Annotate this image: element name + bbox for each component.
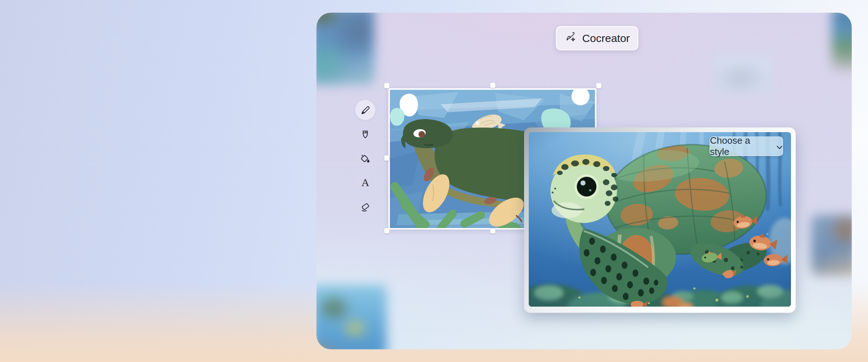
paintbrush-sparkle-icon — [565, 31, 577, 46]
cocreator-label: Cocreator — [582, 32, 630, 45]
selection-handle-top-middle[interactable] — [490, 83, 495, 88]
blurred-thumbnail-bottom-left — [316, 285, 387, 349]
screenshot-root: { "badge": { "label": "Cocreator", "icon… — [0, 0, 868, 362]
choose-style-label: Choose a style — [710, 135, 772, 157]
calligraphy-pen-icon — [359, 129, 371, 140]
blurred-thumbnail-top-right — [832, 13, 852, 71]
chevron-down-icon — [776, 141, 783, 152]
text-tool-glyph: A — [361, 177, 369, 188]
selection-handle-top-left[interactable] — [384, 83, 390, 88]
drawing-toolbar: A — [355, 100, 375, 217]
tool-fill-bucket[interactable] — [355, 148, 375, 169]
selection-handle-top-right[interactable] — [596, 83, 601, 88]
choose-style-dropdown[interactable]: Choose a style — [710, 136, 783, 156]
fill-bucket-icon — [359, 152, 371, 165]
text-icon: A — [359, 177, 371, 189]
tool-pencil[interactable] — [355, 100, 375, 120]
blurred-thumbnail-top-left — [316, 13, 374, 85]
pencil-icon — [359, 104, 371, 116]
blurred-thumbnail-center — [715, 55, 772, 92]
blurred-thumbnail-bottom-right — [811, 215, 852, 275]
demo-panel: Cocreator — [316, 13, 852, 349]
cocreator-badge[interactable]: Cocreator — [556, 26, 638, 50]
selection-handle-middle-left[interactable] — [384, 155, 390, 161]
selection-handle-bottom-left[interactable] — [384, 228, 390, 233]
generated-turtle-image — [529, 132, 791, 307]
selection-handle-bottom-middle[interactable] — [490, 228, 495, 233]
tool-text[interactable]: A — [355, 173, 375, 193]
generated-preview-card: Choose a style — [524, 127, 796, 313]
tool-eraser[interactable] — [355, 197, 375, 217]
eraser-icon — [359, 201, 371, 213]
tool-calligraphy-pen[interactable] — [355, 124, 375, 144]
